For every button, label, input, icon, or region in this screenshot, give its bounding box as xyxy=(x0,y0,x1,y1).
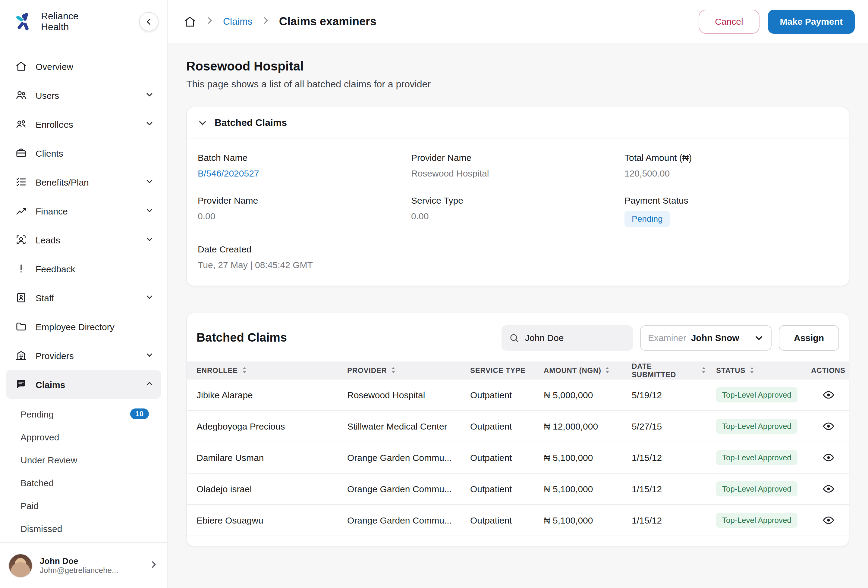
view-claim-eye-icon[interactable] xyxy=(822,451,835,464)
cell-provider: Stillwater Medical Center xyxy=(338,421,461,431)
sort-icon[interactable] xyxy=(749,367,754,374)
sidebar-item-feedback[interactable]: Feedback xyxy=(6,254,161,283)
chevron-down-icon xyxy=(145,292,154,303)
view-claim-eye-icon[interactable] xyxy=(822,389,835,401)
table-row: Damilare Usman Orange Garden Commu... Ou… xyxy=(187,442,849,473)
chevron-down-icon xyxy=(145,90,154,100)
cell-service-type: Outpatient xyxy=(461,484,534,494)
user-email: John@getreliancehe... xyxy=(40,566,142,575)
sidebar-item-leads[interactable]: Leads xyxy=(6,225,161,254)
batched-claims-card: Batched Claims Examiner John Snow xyxy=(186,313,849,547)
cell-date: 1/15/12 xyxy=(622,452,706,463)
claims-subitem-pending[interactable]: Pending 10 xyxy=(15,402,155,425)
breadcrumb-current-page: Claims examiners xyxy=(279,15,376,28)
sidebar-item-benefits-plan[interactable]: Benefits/Plan xyxy=(6,168,161,196)
field-payment-status: Payment Status Pending xyxy=(624,195,838,227)
leads-icon xyxy=(15,233,27,246)
search-icon xyxy=(509,333,520,343)
cell-date: 5/27/15 xyxy=(622,421,706,431)
status-badge: Top-Level Approved xyxy=(716,512,797,528)
sidebar-item-claims[interactable]: Claims xyxy=(6,370,161,399)
sidebar-item-overview[interactable]: Overview xyxy=(6,52,161,81)
table-row: Oladejo israel Orange Garden Commu... Ou… xyxy=(187,473,849,505)
examiner-dropdown[interactable]: Examiner John Snow xyxy=(640,325,772,351)
view-claim-eye-icon[interactable] xyxy=(822,514,835,526)
cell-enrollee: Ebiere Osuagwu xyxy=(187,515,338,525)
enrollees-icon xyxy=(15,118,27,130)
col-provider: PROVIDER xyxy=(347,366,387,375)
chevron-down-icon xyxy=(145,119,154,129)
user-profile[interactable]: John Doe John@getreliancehe... xyxy=(0,542,167,588)
sidebar-nav: Overview Users Enrollees C xyxy=(0,43,167,542)
sidebar-collapse-button[interactable] xyxy=(139,12,158,31)
col-amount: AMOUNT (NGN) xyxy=(544,366,601,375)
claims-subitem-batched[interactable]: Batched xyxy=(15,471,155,494)
cell-service-type: Outpatient xyxy=(461,515,534,525)
users-icon xyxy=(15,89,27,102)
hospital-building-icon xyxy=(15,349,27,362)
sidebar-item-users[interactable]: Users xyxy=(6,81,161,110)
cancel-button[interactable]: Cancel xyxy=(698,9,759,34)
cell-provider: Rosewood Hospital xyxy=(338,390,461,400)
cell-service-type: Outpatient xyxy=(461,390,534,400)
claims-subitem-under-review[interactable]: Under Review xyxy=(15,448,155,471)
page-title: Rosewood Hospital xyxy=(186,59,849,74)
search-input[interactable] xyxy=(525,333,626,343)
claims-subnav: Pending 10 Approved Under Review Batched… xyxy=(6,399,161,540)
briefcase-icon xyxy=(15,147,27,159)
batch-name-link[interactable]: B/546/2020527 xyxy=(198,168,411,178)
field-batch-name: Batch Name B/546/2020527 xyxy=(198,152,411,178)
cell-amount: ₦ 5,100,000 xyxy=(534,452,622,463)
make-payment-button[interactable]: Make Payment xyxy=(768,9,855,34)
sidebar-item-employee-directory[interactable]: Employee Directory xyxy=(6,312,161,341)
cell-provider: Orange Garden Commu... xyxy=(338,515,461,525)
payment-status-badge: Pending xyxy=(624,211,670,227)
breadcrumb-claims-link[interactable]: Claims xyxy=(223,16,252,27)
reliance-health-logo-icon xyxy=(13,11,35,32)
sidebar-item-finance[interactable]: Finance xyxy=(6,196,161,225)
sidebar-item-clients[interactable]: Clients xyxy=(6,139,161,168)
field-service-type: Service Type 0.00 xyxy=(411,195,624,227)
cell-amount: ₦ 5,100,000 xyxy=(534,515,622,525)
top-bar: Claims Claims examiners Cancel Make Paym… xyxy=(168,0,868,43)
id-card-icon xyxy=(15,291,27,304)
cell-amount: ₦ 12,000,000 xyxy=(534,421,622,431)
batch-details-card: Batched Claims Batch Name B/546/2020527 … xyxy=(186,107,849,286)
sidebar-item-enrollees[interactable]: Enrollees xyxy=(6,110,161,139)
collapse-chevron-icon[interactable] xyxy=(198,118,207,128)
sidebar-item-staff[interactable]: Staff xyxy=(6,283,161,312)
page-content: Rosewood Hospital This page shows a list… xyxy=(168,43,868,588)
cell-service-type: Outpatient xyxy=(461,452,534,463)
search-box[interactable] xyxy=(502,325,633,351)
chevron-down-icon xyxy=(145,350,154,361)
sidebar: Reliance Health Overview Users xyxy=(0,0,168,588)
sort-icon[interactable] xyxy=(241,367,247,374)
checklist-icon xyxy=(15,175,27,188)
breadcrumb-home-icon[interactable] xyxy=(183,15,196,28)
view-claim-eye-icon[interactable] xyxy=(822,483,835,495)
chevron-down-icon xyxy=(145,177,154,187)
table-toolbar: Batched Claims Examiner John Snow xyxy=(187,313,849,361)
sidebar-item-providers[interactable]: Providers xyxy=(6,341,161,370)
batch-card-header: Batched Claims xyxy=(187,107,849,139)
claims-subitem-approved[interactable]: Approved xyxy=(15,425,155,448)
pending-count-badge: 10 xyxy=(130,408,149,419)
col-actions: ACTIONS xyxy=(811,366,845,375)
cell-provider: Orange Garden Commu... xyxy=(338,484,461,494)
exclamation-icon xyxy=(15,262,27,275)
batch-card-title: Batched Claims xyxy=(215,118,287,128)
sort-icon[interactable] xyxy=(391,367,396,374)
status-badge: Top-Level Approved xyxy=(716,419,797,434)
field-provider-name: Provider Name Rosewood Hospital xyxy=(411,152,624,178)
cell-service-type: Outpatient xyxy=(461,421,534,431)
col-enrollee: ENROLLEE xyxy=(196,366,238,375)
page-subtitle: This page shows a list of all batched cl… xyxy=(186,79,849,90)
sort-icon[interactable] xyxy=(605,367,610,374)
claims-subitem-dismissed[interactable]: Dismissed xyxy=(15,517,155,540)
view-claim-eye-icon[interactable] xyxy=(822,420,835,433)
breadcrumb-chevron-icon xyxy=(261,16,271,27)
cell-provider: Orange Garden Commu... xyxy=(338,452,461,463)
assign-button[interactable]: Assign xyxy=(779,325,839,351)
sort-icon[interactable] xyxy=(701,367,706,374)
claims-subitem-paid[interactable]: Paid xyxy=(15,494,155,517)
